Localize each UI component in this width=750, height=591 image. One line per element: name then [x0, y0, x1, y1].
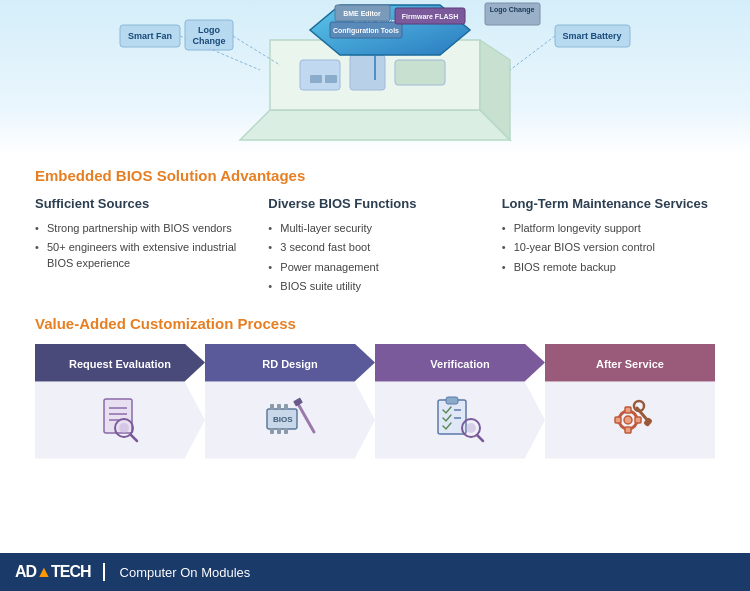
step1-body [35, 382, 205, 459]
list-item: 10-year BIOS version control [502, 238, 715, 257]
col1-title: Sufficient Sources [35, 196, 248, 211]
footer-tagline: Computer On Modules [120, 565, 251, 580]
svg-point-36 [119, 423, 129, 433]
process-steps: Request Evaluation RD Design [35, 344, 715, 459]
step2-label: RD Design [262, 358, 318, 370]
svg-rect-46 [293, 397, 303, 406]
step1-header: Request Evaluation [35, 344, 205, 382]
svg-text:Configuration Tools: Configuration Tools [333, 27, 399, 35]
svg-text:Change: Change [192, 36, 225, 46]
step3-label: Verification [430, 358, 489, 370]
svg-rect-40 [284, 404, 288, 410]
svg-rect-56 [625, 407, 631, 413]
footer-logo-box: AD▲TECH [15, 563, 105, 581]
svg-rect-5 [350, 55, 385, 90]
advantage-col-3: Long-Term Maintenance Services Platform … [502, 196, 715, 297]
advantage-col-1: Sufficient Sources Strong partnership wi… [35, 196, 248, 297]
svg-text:BIOS: BIOS [273, 415, 293, 424]
svg-rect-41 [270, 428, 274, 434]
footer-logo: AD▲TECH [15, 563, 91, 581]
brand-tech: TECH [51, 563, 91, 580]
svg-rect-43 [284, 428, 288, 434]
process-step-3: Verification [375, 344, 545, 459]
svg-rect-59 [635, 417, 641, 423]
svg-rect-8 [325, 75, 337, 83]
svg-text:Firmware FLASH: Firmware FLASH [402, 13, 458, 20]
step2-body: BIOS [205, 382, 375, 459]
svg-rect-48 [446, 397, 458, 404]
svg-rect-38 [270, 404, 274, 410]
step4-body [545, 382, 715, 459]
value-section-title: Value-Added Customization Process [35, 315, 715, 332]
list-item: BIOS suite utility [268, 277, 481, 296]
step3-body [375, 382, 545, 459]
advantage-col-2: Diverse BIOS Functions Multi-layer secur… [268, 196, 481, 297]
step4-header: After Service [545, 344, 715, 382]
col3-title: Long-Term Maintenance Services [502, 196, 715, 211]
list-item: 50+ engineers with extensive industrial … [35, 238, 248, 273]
footer: AD▲TECH Computer On Modules [0, 553, 750, 591]
svg-rect-6 [395, 60, 445, 85]
process-step-2: RD Design BIOS [205, 344, 375, 459]
list-item: Power management [268, 258, 481, 277]
clipboard-search-icon [433, 394, 488, 446]
brand-ad: AD [15, 563, 36, 580]
svg-text:Logo Change: Logo Change [490, 6, 535, 14]
svg-point-55 [624, 416, 632, 424]
svg-point-52 [466, 423, 476, 433]
list-item: 3 second fast boot [268, 238, 481, 257]
svg-line-35 [131, 435, 137, 441]
process-step-4: After Service [545, 344, 715, 459]
svg-rect-57 [625, 427, 631, 433]
advantages-grid: Sufficient Sources Strong partnership wi… [35, 196, 715, 297]
step4-label: After Service [596, 358, 664, 370]
svg-rect-39 [277, 404, 281, 410]
svg-marker-1 [240, 110, 510, 140]
svg-line-45 [297, 402, 314, 432]
svg-rect-7 [310, 75, 322, 83]
embedded-section-title: Embedded BIOS Solution Advantages [35, 167, 715, 184]
bios-chip-icon: BIOS [259, 394, 321, 446]
process-step-1: Request Evaluation [35, 344, 205, 459]
col1-list: Strong partnership with BIOS vendors 50+… [35, 219, 248, 273]
list-item: Multi-layer security [268, 219, 481, 238]
wrench-gear-icon [604, 394, 656, 446]
main-content: Embedded BIOS Solution Advantages Suffic… [0, 155, 750, 469]
svg-text:Smart Battery: Smart Battery [562, 31, 621, 41]
col2-title: Diverse BIOS Functions [268, 196, 481, 211]
list-item: BIOS remote backup [502, 258, 715, 277]
document-search-icon [94, 394, 146, 446]
svg-line-53 [477, 435, 483, 441]
brand-van: ▲ [36, 563, 51, 580]
step2-header: RD Design [205, 344, 375, 382]
col3-list: Platform longevity support 10-year BIOS … [502, 219, 715, 277]
svg-rect-58 [615, 417, 621, 423]
list-item: Platform longevity support [502, 219, 715, 238]
list-item: Strong partnership with BIOS vendors [35, 219, 248, 238]
col2-list: Multi-layer security 3 second fast boot … [268, 219, 481, 297]
svg-text:BME Editor: BME Editor [343, 10, 381, 17]
header-diagram: BIOS Suite BME Editor Configuration Tool… [0, 0, 750, 155]
step3-header: Verification [375, 344, 545, 382]
svg-rect-42 [277, 428, 281, 434]
step1-label: Request Evaluation [69, 358, 171, 370]
svg-text:Logo: Logo [198, 25, 220, 35]
svg-text:Smart Fan: Smart Fan [128, 31, 172, 41]
